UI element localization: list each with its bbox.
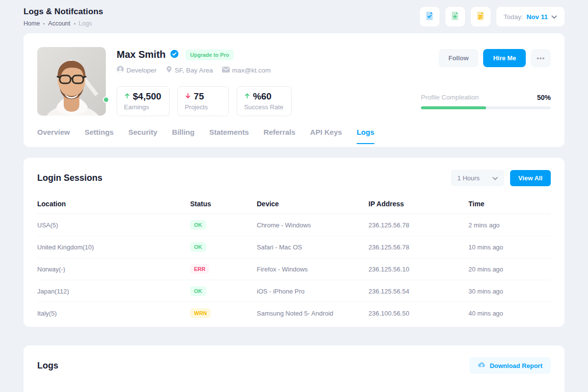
header-actions: Today: Nov 11 bbox=[420, 7, 564, 26]
profile-actions: Follow Hire Me ••• bbox=[439, 49, 551, 67]
file-lines-button[interactable] bbox=[471, 7, 490, 26]
profile-role-label: Developer bbox=[126, 67, 157, 74]
avatar-image bbox=[37, 47, 106, 116]
cloud-download-icon bbox=[478, 362, 486, 369]
cell-status: OK bbox=[190, 220, 257, 230]
profile-name: Max Smith bbox=[117, 49, 166, 60]
date-picker[interactable]: Today: Nov 11 bbox=[496, 7, 564, 26]
file-check-icon bbox=[425, 11, 434, 22]
login-sessions-card: Login Sessions 1 Hours View All Location… bbox=[24, 158, 564, 327]
cell-device: Samsung Noted 5- Android bbox=[257, 310, 368, 317]
tab-api-keys[interactable]: API Keys bbox=[310, 128, 342, 144]
cell-status: WRN bbox=[190, 308, 257, 318]
cell-location: USA(5) bbox=[37, 221, 190, 229]
more-options-button[interactable]: ••• bbox=[531, 49, 551, 67]
status-badge: OK bbox=[190, 286, 206, 296]
status-badge: OK bbox=[190, 220, 206, 230]
cell-location: Japan(112) bbox=[37, 288, 190, 295]
mail-icon bbox=[222, 67, 230, 74]
view-all-button[interactable]: View All bbox=[510, 170, 551, 186]
page: Logs & Notifcations Home Account Logs bbox=[0, 0, 588, 392]
table-row: USA(5) OK Chrome - Windows 236.125.56.78… bbox=[37, 214, 551, 236]
tab-statements[interactable]: Statements bbox=[209, 128, 249, 144]
follow-button[interactable]: Follow bbox=[439, 49, 478, 67]
cell-time: 30 mins ago bbox=[468, 288, 551, 295]
trend-down-icon bbox=[185, 92, 191, 101]
cell-time: 20 mins ago bbox=[468, 266, 551, 273]
chevron-down-icon bbox=[492, 174, 498, 182]
tab-settings[interactable]: Settings bbox=[85, 128, 114, 144]
upgrade-to-pro-badge[interactable]: Upgrade to Pro bbox=[185, 49, 234, 60]
stat-earnings: $4,500 Earnings bbox=[117, 86, 170, 116]
profile-info: Max Smith Upgrade to Pro Deve bbox=[117, 47, 551, 116]
breadcrumb-logs: Logs bbox=[79, 20, 92, 27]
cell-ip: 236.125.56.54 bbox=[368, 288, 468, 295]
tab-security[interactable]: Security bbox=[128, 128, 157, 144]
date-value: Nov 11 bbox=[526, 13, 548, 21]
hire-me-button[interactable]: Hire Me bbox=[483, 49, 526, 67]
chevron-down-icon bbox=[551, 12, 557, 21]
logs-card: Logs Download Report 500 ERR POST /v1/in… bbox=[24, 345, 564, 392]
progress-bar bbox=[421, 106, 551, 109]
column-location: Location bbox=[37, 200, 190, 208]
cell-ip: 236.125.56.78 bbox=[368, 244, 468, 251]
stat-value: $4,500 bbox=[133, 91, 161, 102]
avatar bbox=[37, 47, 106, 116]
status-badge: WRN bbox=[190, 308, 211, 318]
tab-overview[interactable]: Overview bbox=[37, 128, 70, 144]
cell-location: United Kingdom(10) bbox=[37, 244, 190, 251]
hours-filter-value: 1 Hours bbox=[457, 174, 480, 182]
stat-label: Earnings bbox=[124, 103, 161, 111]
log-entry: 500 ERR POST /v1/invoice/in_4819_8610/in… bbox=[37, 389, 551, 392]
trend-up-icon bbox=[124, 92, 130, 101]
download-report-button[interactable]: Download Report bbox=[469, 357, 551, 374]
file-lines-icon bbox=[476, 11, 485, 22]
breadcrumb-home[interactable]: Home bbox=[24, 20, 40, 27]
breadcrumb-separator bbox=[43, 23, 45, 24]
stat-projects: 75 Projects bbox=[177, 86, 229, 116]
profile-meta: Developer SF, Bay Area bbox=[117, 66, 271, 74]
column-device: Device bbox=[257, 200, 368, 208]
cell-device: Chrome - Windows bbox=[257, 221, 368, 229]
table-row: Norway(-) ERR Firefox - Windows 236.125.… bbox=[37, 258, 551, 280]
stat-success-rate: %60 Success Rate bbox=[237, 86, 292, 116]
tabs: OverviewSettingsSecurityBillingStatement… bbox=[37, 128, 551, 147]
profile-location: SF, Bay Area bbox=[166, 66, 213, 74]
sessions-table: Location Status Device IP Address Time U… bbox=[24, 194, 564, 327]
cell-device: iOS - iPhone Pro bbox=[257, 288, 368, 295]
cell-ip: 236.100.56.50 bbox=[368, 310, 468, 317]
cell-device: Firefox - Windows bbox=[257, 266, 368, 273]
table-row: Japan(112) OK iOS - iPhone Pro 236.125.5… bbox=[37, 280, 551, 302]
breadcrumb-separator bbox=[74, 23, 75, 24]
tab-billing[interactable]: Billing bbox=[172, 128, 195, 144]
map-pin-icon bbox=[166, 66, 172, 74]
stat-value: %60 bbox=[253, 91, 271, 102]
user-icon bbox=[117, 66, 124, 74]
tab-logs[interactable]: Logs bbox=[357, 128, 374, 144]
hours-filter-select[interactable]: 1 Hours bbox=[451, 170, 504, 186]
login-sessions-title: Login Sessions bbox=[37, 173, 102, 183]
profile-card: Max Smith Upgrade to Pro Deve bbox=[24, 33, 564, 147]
page-title: Logs & Notifcations bbox=[24, 7, 103, 17]
log-entries: 500 ERR POST /v1/invoice/in_4819_8610/in… bbox=[24, 382, 564, 392]
cell-time: 10 mins ago bbox=[468, 244, 551, 251]
header-left: Logs & Notifcations Home Account Logs bbox=[24, 7, 103, 27]
cell-status: OK bbox=[190, 286, 257, 296]
profile-email-label: max@kt.com bbox=[232, 67, 271, 74]
stat-value: 75 bbox=[194, 91, 204, 102]
cell-status: ERR bbox=[190, 264, 257, 274]
table-row: United Kingdom(10) OK Safari - Mac OS 23… bbox=[37, 236, 551, 258]
breadcrumb: Home Account Logs bbox=[24, 20, 103, 27]
profile-role: Developer bbox=[117, 66, 157, 74]
cell-time: 40 mins ago bbox=[468, 310, 551, 317]
tab-referrals[interactable]: Referrals bbox=[264, 128, 295, 144]
file-check-button[interactable] bbox=[420, 7, 440, 26]
progress-fill bbox=[421, 106, 486, 109]
profile-completion: Profile Compleation 50% bbox=[421, 94, 551, 109]
file-plus-button[interactable] bbox=[445, 7, 465, 26]
cell-ip: 236.125.56.78 bbox=[368, 221, 468, 229]
profile-stats: $4,500 Earnings 75 Projects bbox=[117, 86, 292, 116]
page-header: Logs & Notifcations Home Account Logs bbox=[24, 7, 564, 27]
breadcrumb-account[interactable]: Account bbox=[48, 20, 70, 27]
profile-email: max@kt.com bbox=[222, 67, 271, 74]
